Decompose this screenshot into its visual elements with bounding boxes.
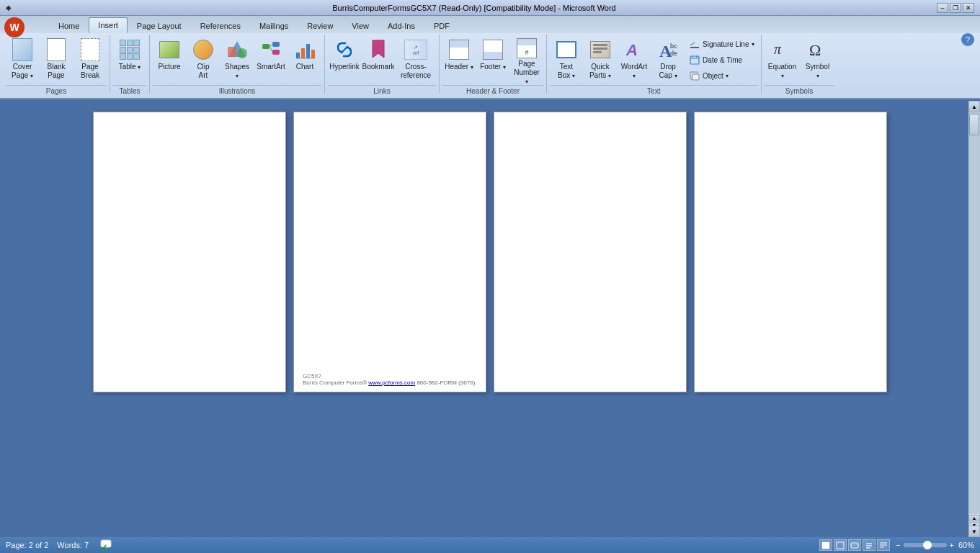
close-button[interactable]: ✕ bbox=[963, 3, 974, 13]
scroll-page-up[interactable]: ▲ bbox=[968, 515, 980, 521]
svg-point-2 bbox=[237, 48, 247, 58]
ribbon-content: CoverPage ▾ BlankPage PageBreak Pages bbox=[0, 33, 980, 98]
date-time-button[interactable]: Date & Time bbox=[685, 53, 758, 67]
tab-view[interactable]: View bbox=[342, 17, 378, 33]
tab-references[interactable]: References bbox=[191, 17, 250, 33]
cover-page-button[interactable]: CoverPage ▾ bbox=[6, 36, 39, 84]
cross-reference-label: Cross-reference bbox=[401, 63, 431, 80]
page-footer-link[interactable]: www.pcforms.com bbox=[368, 379, 415, 386]
smartart-icon bbox=[259, 38, 282, 61]
header-button[interactable]: Header ▾ bbox=[442, 36, 476, 84]
page-3 bbox=[494, 112, 687, 392]
tab-insert[interactable]: Insert bbox=[89, 17, 128, 33]
title-bar: ◆ BurrisComputerFormsGC5X7 (Read-Only) [… bbox=[0, 0, 980, 16]
symbol-button[interactable]: Ω Symbol ▾ bbox=[801, 36, 834, 84]
shapes-button[interactable]: Shapes ▾ bbox=[220, 36, 254, 84]
page-break-icon bbox=[81, 38, 99, 61]
svg-text:A: A bbox=[625, 41, 638, 59]
tables-group-label: Tables bbox=[113, 85, 146, 96]
svg-rect-10 bbox=[306, 44, 310, 58]
quick-parts-button[interactable]: QuickParts ▾ bbox=[584, 36, 617, 84]
bookmark-icon bbox=[367, 38, 390, 61]
text-box-icon bbox=[556, 41, 576, 58]
header-label: Header ▾ bbox=[445, 63, 473, 71]
office-button[interactable]: W bbox=[4, 17, 24, 37]
svg-rect-9 bbox=[301, 48, 305, 58]
quick-parts-label: QuickParts ▾ bbox=[589, 63, 611, 80]
clip-art-button[interactable]: ClipArt bbox=[187, 36, 220, 84]
scroll-up-button[interactable]: ▲ bbox=[968, 101, 980, 112]
spell-check-icon[interactable] bbox=[100, 539, 112, 551]
tab-addins[interactable]: Add-Ins bbox=[378, 17, 424, 33]
title-bar-controls[interactable]: – ❐ ✕ bbox=[937, 3, 974, 13]
hyperlink-icon bbox=[333, 38, 356, 61]
svg-rect-29 bbox=[822, 542, 829, 549]
object-label: Object bbox=[703, 72, 723, 80]
page-1 bbox=[93, 112, 286, 392]
tab-pdf[interactable]: PDF bbox=[424, 17, 459, 33]
blank-page-button[interactable]: BlankPage bbox=[40, 36, 73, 84]
draft-view[interactable] bbox=[877, 539, 890, 551]
svg-rect-8 bbox=[296, 53, 300, 58]
restore-button[interactable]: ❐ bbox=[950, 3, 961, 13]
help-button[interactable]: ? bbox=[961, 33, 974, 46]
footer-button[interactable]: Footer ▾ bbox=[476, 36, 509, 84]
svg-line-19 bbox=[690, 42, 695, 45]
shapes-label: Shapes ▾ bbox=[223, 63, 251, 80]
object-icon bbox=[689, 70, 700, 81]
chart-button[interactable]: Chart bbox=[288, 36, 321, 84]
quick-parts-icon bbox=[590, 41, 610, 58]
hyperlink-button[interactable]: Hyperlink bbox=[328, 36, 361, 84]
pages-group-label: Pages bbox=[6, 85, 107, 96]
tab-review[interactable]: Review bbox=[298, 17, 342, 33]
page-break-button[interactable]: PageBreak bbox=[74, 36, 107, 84]
symbols-items: π Equation ▾ Ω Symbol ▾ bbox=[765, 35, 834, 85]
pages-items: CoverPage ▾ BlankPage PageBreak bbox=[6, 35, 107, 85]
table-button[interactable]: Table ▾ bbox=[113, 36, 146, 84]
full-screen-view[interactable] bbox=[834, 539, 847, 551]
symbol-icon: Ω bbox=[806, 38, 829, 61]
page-footer-line1: GC5X7 bbox=[303, 373, 475, 379]
equation-button[interactable]: π Equation ▾ bbox=[765, 36, 801, 84]
zoom-out-button[interactable]: − bbox=[896, 541, 900, 549]
ribbon-group-symbols: π Equation ▾ Ω Symbol ▾ Symbols bbox=[762, 35, 837, 94]
zoom-controls: − + 60% bbox=[896, 541, 974, 549]
tab-page-layout[interactable]: Page Layout bbox=[128, 17, 191, 33]
scroll-down-button[interactable]: ▼ bbox=[968, 526, 980, 537]
web-layout-view[interactable] bbox=[848, 539, 861, 551]
print-layout-view[interactable] bbox=[819, 539, 832, 551]
svg-rect-4 bbox=[272, 42, 280, 47]
tab-mailings[interactable]: Mailings bbox=[250, 17, 298, 33]
pages-container: GC5X7 Burris Computer Forms® www.pcforms… bbox=[93, 112, 887, 392]
minimize-button[interactable]: – bbox=[937, 3, 948, 13]
page-number-button[interactable]: # PageNumber ▾ bbox=[510, 36, 543, 84]
zoom-level: 60% bbox=[958, 541, 974, 549]
text-box-button[interactable]: TextBox ▾ bbox=[550, 36, 583, 84]
signature-line-button[interactable]: Signature Line ▾ bbox=[685, 37, 758, 51]
object-button[interactable]: Object ▾ bbox=[685, 68, 758, 83]
links-group-label: Links bbox=[328, 85, 436, 96]
outline-view[interactable] bbox=[863, 539, 876, 551]
bookmark-button[interactable]: Bookmark bbox=[362, 36, 395, 84]
wordart-button[interactable]: A WordArt ▾ bbox=[618, 36, 651, 84]
page-info: Page: 2 of 2 bbox=[6, 541, 48, 549]
cross-reference-button[interactable]: ↗ref Cross-reference bbox=[396, 36, 436, 84]
picture-button[interactable]: Picture bbox=[153, 36, 186, 84]
smartart-button[interactable]: SmartArt bbox=[254, 36, 288, 84]
ribbon-group-illustrations: Picture ClipArt Shapes ▾ SmartArt bbox=[150, 35, 325, 94]
svg-rect-3 bbox=[262, 44, 270, 49]
drop-cap-icon: Abcde bbox=[656, 38, 680, 61]
cover-page-icon bbox=[12, 38, 32, 61]
svg-rect-5 bbox=[272, 50, 280, 55]
shapes-icon bbox=[226, 38, 249, 61]
zoom-slider[interactable] bbox=[904, 543, 947, 547]
scroll-thumb[interactable] bbox=[969, 114, 979, 135]
signature-line-label: Signature Line bbox=[703, 40, 749, 48]
title-bar-left: ◆ bbox=[6, 4, 12, 12]
header-footer-items: Header ▾ Footer ▾ # PageNumber ▾ bbox=[442, 35, 543, 85]
zoom-in-button[interactable]: + bbox=[950, 541, 954, 549]
document-area: GC5X7 Burris Computer Forms® www.pcforms… bbox=[0, 101, 980, 537]
zoom-thumb bbox=[923, 541, 932, 549]
tab-home[interactable]: Home bbox=[49, 17, 89, 33]
drop-cap-button[interactable]: Abcde DropCap ▾ bbox=[651, 36, 685, 84]
